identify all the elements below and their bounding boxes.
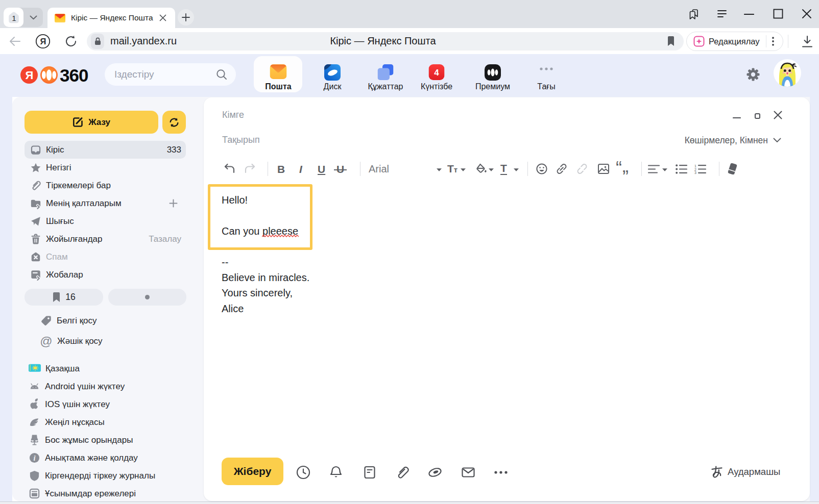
svg-text:360: 360 [60,65,88,85]
svg-text:1: 1 [12,13,16,22]
svg-text:i: i [34,454,36,462]
svg-text:3: 3 [694,171,696,174]
svg-text:Я: Я [26,69,34,82]
svg-text:Я: Я [40,37,46,46]
svg-text:4: 4 [434,68,439,78]
